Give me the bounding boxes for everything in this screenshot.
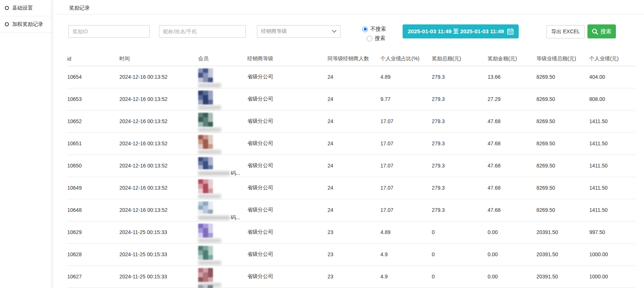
row-personal: 1411.50 bbox=[589, 110, 636, 132]
row-level: 省级分公司 bbox=[247, 221, 328, 243]
row-time: 2024-12-16 00:13:52 bbox=[119, 88, 198, 110]
row-id: 10653 bbox=[67, 88, 119, 110]
row-time: 2024-12-16 00:13:52 bbox=[119, 66, 198, 88]
row-level: 省级分公司 bbox=[247, 177, 328, 199]
row-id: 10654 bbox=[67, 66, 119, 88]
member-cell bbox=[198, 177, 247, 199]
row-personal: 808.00 bbox=[589, 88, 636, 110]
radio-search-label: 搜索 bbox=[375, 35, 385, 42]
circle-icon bbox=[5, 6, 9, 10]
row-reward-amount: 47.68 bbox=[488, 177, 536, 199]
row-time: 2024-12-16 00:13:52 bbox=[119, 177, 198, 199]
row-reward-total: 279.3 bbox=[432, 199, 488, 221]
row-peer-count: 24 bbox=[328, 132, 380, 155]
row-time: 2024-12-16 00:13:52 bbox=[119, 132, 198, 155]
date-range-button[interactable]: 2025-01-03 11:49 至 2025-01-03 11:49 bbox=[403, 24, 519, 38]
member-avatar bbox=[198, 135, 213, 149]
row-reward-total: 0 bbox=[432, 243, 488, 265]
row-id: 10629 bbox=[67, 221, 119, 243]
table-row: 106502024-12-16 00:13:52 码... 省级分公司2417.… bbox=[67, 155, 636, 177]
row-time: 2024-12-16 00:13:52 bbox=[119, 199, 198, 221]
col-header-level-total: 等级业绩总额(元) bbox=[536, 52, 589, 66]
member-cell bbox=[198, 221, 247, 243]
member-cell bbox=[198, 66, 247, 88]
col-header-time: 时间 bbox=[119, 52, 198, 66]
row-reward-total: 279.3 bbox=[432, 66, 488, 88]
table-row: 106512024-12-16 00:13:52 省级分公司2417.07279… bbox=[67, 132, 636, 155]
radio-unselected-icon bbox=[367, 36, 372, 41]
sidebar-item-label: 加权奖励记录 bbox=[12, 21, 43, 28]
row-id: 10649 bbox=[67, 177, 119, 199]
row-reward-amount: 0.00 bbox=[488, 265, 536, 288]
radio-selected-icon bbox=[362, 27, 368, 32]
row-level: 省级分公司 bbox=[247, 110, 328, 132]
row-ratio: 4.89 bbox=[380, 221, 432, 243]
sidebar-item-basic-settings[interactable]: 基础设置 bbox=[0, 0, 51, 16]
member-avatar bbox=[198, 179, 213, 193]
table-row: 106482024-12-16 00:13:52 码... 省级分公司2417.… bbox=[67, 199, 636, 221]
member-avatar bbox=[198, 91, 213, 105]
row-level-total: 8269.50 bbox=[536, 177, 589, 199]
row-ratio: 4.89 bbox=[380, 66, 432, 88]
row-peer-count: 24 bbox=[328, 66, 380, 88]
reward-records-table: id 时间 会员 经销商等级 同等级经销商人数 个人业绩占比(%) 奖励总额(元… bbox=[67, 52, 636, 288]
member-cell: 码... bbox=[198, 199, 247, 221]
row-ratio: 17.07 bbox=[380, 199, 432, 221]
row-peer-count: 24 bbox=[328, 177, 380, 199]
row-level-total: 20391.50 bbox=[536, 265, 589, 288]
row-ratio: 4.9 bbox=[380, 243, 432, 265]
reward-id-input[interactable] bbox=[68, 25, 150, 38]
sidebar-item-weighted-reward-records[interactable]: 加权奖励记录 bbox=[0, 16, 51, 33]
member-extra-text: 码... bbox=[231, 170, 240, 177]
col-header-id: id bbox=[67, 52, 119, 66]
circle-icon bbox=[5, 22, 9, 26]
col-header-reward-amount: 奖励金额(元) bbox=[488, 52, 536, 66]
row-time: 2024-12-16 00:13:52 bbox=[119, 110, 198, 132]
search-button[interactable]: 搜索 bbox=[587, 24, 616, 38]
radio-no-search[interactable]: 不搜索 bbox=[362, 26, 386, 33]
calendar-icon bbox=[507, 28, 513, 35]
radio-search[interactable]: 搜索 bbox=[367, 35, 385, 42]
row-level-total: 8269.50 bbox=[536, 66, 589, 88]
row-personal: 1411.50 bbox=[589, 199, 636, 221]
row-id: 10652 bbox=[67, 110, 119, 132]
row-personal: 1000.00 bbox=[589, 243, 636, 265]
page-title: 奖励记录 bbox=[69, 5, 90, 11]
row-time: 2024-12-16 00:13:52 bbox=[119, 155, 198, 177]
row-level: 省级分公司 bbox=[247, 199, 328, 221]
row-reward-amount: 47.68 bbox=[488, 110, 536, 132]
member-name-blurred bbox=[198, 261, 221, 265]
row-id: 10627 bbox=[67, 265, 119, 288]
row-reward-amount: 47.68 bbox=[488, 199, 536, 221]
row-reward-total: 279.3 bbox=[432, 132, 488, 155]
dealer-level-select[interactable]: 经销商等级 bbox=[257, 25, 340, 38]
table-row: 106292024-11-25 00:15:33 省级分公司234.8900.0… bbox=[67, 221, 636, 243]
member-name-blurred bbox=[198, 171, 230, 176]
row-personal: 1411.50 bbox=[589, 155, 636, 177]
table-row: 106272024-11-25 00:15:33 省级分公司234.900.00… bbox=[67, 265, 636, 288]
export-excel-button[interactable]: 导出 EXCEL bbox=[546, 25, 585, 38]
member-avatar bbox=[198, 224, 213, 238]
next-row-partial-avatar bbox=[198, 285, 213, 288]
row-reward-total: 279.3 bbox=[432, 110, 488, 132]
date-range-text: 2025-01-03 11:49 至 2025-01-03 11:49 bbox=[408, 28, 504, 35]
member-cell: 码... bbox=[198, 155, 247, 177]
row-level-total: 20391.50 bbox=[536, 243, 589, 265]
row-level-total: 8269.50 bbox=[536, 110, 589, 132]
table-header-row: id 时间 会员 经销商等级 同等级经销商人数 个人业绩占比(%) 奖励总额(元… bbox=[67, 52, 636, 66]
table-row: 106492024-12-16 00:13:52 省级分公司2417.07279… bbox=[67, 177, 636, 199]
row-level-total: 8269.50 bbox=[536, 88, 589, 110]
member-avatar bbox=[198, 201, 213, 214]
row-peer-count: 24 bbox=[328, 110, 380, 132]
row-ratio: 4.9 bbox=[380, 265, 432, 288]
table-row: 106542024-12-16 00:13:52 省级分公司244.89279.… bbox=[67, 66, 636, 88]
member-cell bbox=[198, 265, 247, 288]
row-reward-amount: 0.00 bbox=[488, 243, 536, 265]
row-personal: 1411.50 bbox=[589, 177, 636, 199]
row-reward-total: 0 bbox=[432, 265, 488, 288]
col-header-ratio: 个人业绩占比(%) bbox=[380, 52, 432, 66]
col-header-dealer-level: 经销商等级 bbox=[247, 52, 328, 66]
row-personal: 404.00 bbox=[589, 66, 636, 88]
col-header-peer-count: 同等级经销商人数 bbox=[328, 52, 380, 66]
member-search-input[interactable] bbox=[159, 25, 246, 38]
